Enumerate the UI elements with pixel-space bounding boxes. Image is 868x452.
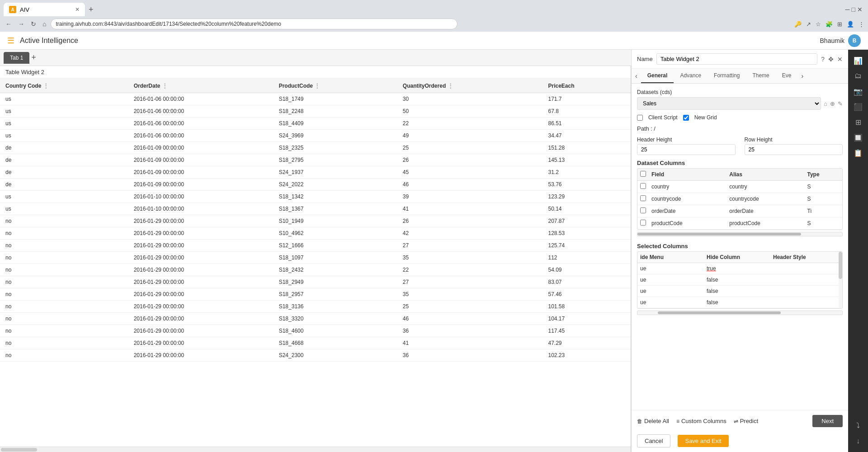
share-icon[interactable]: ↗ (806, 21, 811, 28)
table-cell: 112 (542, 252, 631, 264)
next-button[interactable]: Next (812, 415, 843, 427)
close-panel-icon[interactable]: ✕ (837, 56, 843, 63)
tab-eve[interactable]: Eve (776, 69, 798, 83)
sidebar-icon-files[interactable]: 🗂 (851, 69, 865, 83)
sidebar-icon-download[interactable]: ↓ (851, 434, 865, 448)
table-cell: S24_3969 (274, 130, 397, 142)
main-area: Tab 1 + Table Widget 2 Country Code ⋮ Or… (0, 50, 868, 452)
prev-tab-button[interactable]: ‹ (632, 70, 641, 82)
col-menu-icon-3[interactable]: ⋮ (314, 82, 320, 89)
sidebar-icon-dashboard[interactable]: 📊 (851, 53, 865, 68)
table-cell: 50.14 (542, 203, 631, 215)
table-cell: 67.8 (542, 105, 631, 118)
client-script-checkbox[interactable] (637, 115, 643, 121)
help-icon[interactable]: ? (821, 56, 825, 63)
ds-edit-icon[interactable]: ✎ (838, 100, 843, 107)
table-cell: S18_4600 (274, 325, 397, 337)
header-height-input[interactable] (637, 144, 736, 155)
table-row: us2016-01-06 00:00:00S18_174930171.7 (0, 93, 631, 105)
columns-scroll-x[interactable] (637, 232, 843, 236)
field-checkbox[interactable] (640, 207, 646, 213)
dataset-columns-section: Dataset Columns Field Alias Type (637, 160, 843, 238)
horizontal-scrollbar[interactable] (0, 447, 631, 452)
table-cell: S18_2957 (274, 288, 397, 301)
left-content: Tab 1 + Table Widget 2 Country Code ⋮ Or… (0, 50, 631, 452)
delete-all-link[interactable]: 🗑 Delete All (637, 418, 669, 424)
profile-icon[interactable]: 👤 (847, 21, 854, 28)
delete-icon: 🗑 (637, 418, 642, 424)
table-cell: 2016-01-29 00:00:00 (128, 349, 274, 362)
nav-back-button[interactable]: ← (4, 19, 14, 28)
nav-forward-button[interactable]: → (16, 19, 26, 28)
tab-general[interactable]: General (641, 69, 674, 83)
field-checkbox[interactable] (640, 183, 646, 189)
bookmark-icon[interactable]: 🔑 (794, 21, 802, 28)
add-tab-button[interactable]: + (31, 53, 36, 62)
new-grid-checkbox[interactable] (683, 115, 689, 121)
new-tab-button[interactable]: + (85, 3, 97, 16)
star-icon[interactable]: ☆ (816, 21, 821, 28)
table-cell: no (0, 337, 128, 349)
table-row: no2016-01-29 00:00:00S24_230036102.23 (0, 349, 631, 362)
table-cell: 117.45 (542, 325, 631, 337)
ds-home-icon[interactable]: ⌂ (824, 100, 827, 107)
col-menu-icon[interactable]: ⋮ (43, 82, 49, 89)
close-window-icon[interactable]: ✕ (857, 6, 863, 13)
table-cell: us (0, 105, 128, 118)
tab-advance[interactable]: Advance (674, 69, 708, 83)
cancel-button[interactable]: Cancel (637, 434, 670, 447)
nav-home-button[interactable]: ⌂ (41, 19, 48, 28)
table-cell: 2016-01-29 00:00:00 (128, 288, 274, 301)
tab-formatting[interactable]: Formatting (708, 69, 746, 83)
tab-theme[interactable]: Theme (746, 69, 775, 83)
page-tab-1[interactable]: Tab 1 (4, 52, 29, 64)
sidebar-icon-block[interactable]: ⬛ (851, 99, 865, 114)
select-all-checkbox[interactable] (640, 171, 646, 177)
table-cell: 125.74 (542, 240, 631, 252)
sidebar-icon-camera[interactable]: 📷 (851, 84, 865, 99)
next-tab-button[interactable]: › (797, 70, 807, 82)
col-alias-header: Alias (726, 169, 804, 181)
sel-cols-scrollbar[interactable] (839, 252, 842, 308)
save-and-exit-button[interactable]: Save and Exit (678, 435, 728, 447)
sidebar-icon-grid[interactable]: ⊞ (851, 115, 865, 129)
maximize-icon[interactable]: □ (852, 6, 855, 13)
row-height-input[interactable] (745, 144, 843, 155)
table-cell: 46 (397, 179, 543, 191)
col-menu-icon-2[interactable]: ⋮ (162, 82, 168, 89)
menu-icon[interactable]: ⋮ (859, 21, 864, 28)
table-cell: de (0, 154, 128, 166)
address-bar[interactable] (51, 19, 458, 29)
sidebar-icon-upload[interactable]: ⤵ (851, 419, 865, 433)
col-menu-icon-4[interactable]: ⋮ (448, 82, 453, 89)
table-row: no2016-01-29 00:00:00S18_29573557.46 (0, 288, 631, 301)
custom-columns-link[interactable]: ≡ Custom Columns (676, 418, 726, 424)
hamburger-icon[interactable]: ☰ (7, 36, 14, 46)
custom-columns-icon: ≡ (676, 418, 679, 424)
name-label: Name (637, 56, 653, 62)
browser-tab[interactable]: A AIV ✕ (4, 3, 85, 16)
move-icon[interactable]: ✥ (828, 56, 834, 63)
dataset-columns-title: Dataset Columns (637, 160, 843, 166)
minimize-icon[interactable]: ─ (845, 6, 850, 13)
table-cell: 83.07 (542, 276, 631, 288)
nav-refresh-button[interactable]: ↻ (29, 19, 38, 28)
sidebar-toggle-icon[interactable]: ⊞ (837, 21, 842, 28)
field-checkbox[interactable] (640, 220, 646, 226)
table-cell: S18_1097 (274, 252, 397, 264)
table-row: no2016-01-29 00:00:00S18_46684147.29 (0, 337, 631, 349)
tab-close-icon[interactable]: ✕ (75, 6, 80, 13)
field-checkbox[interactable] (640, 195, 646, 201)
table-cell: S18_1367 (274, 203, 397, 215)
predict-link[interactable]: ⇌ Predict (734, 418, 758, 424)
sidebar-icon-clipboard[interactable]: 📋 (851, 146, 865, 160)
dataset-select[interactable]: Sales (637, 97, 821, 110)
sidebar-icon-frame[interactable]: 🔲 (851, 130, 865, 145)
table-container[interactable]: Country Code ⋮ OrderDate ⋮ ProductCode ⋮… (0, 79, 631, 447)
sel-cols-scroll-x[interactable] (637, 311, 843, 315)
sel-col-3 (773, 277, 840, 283)
extension-icon[interactable]: 🧩 (826, 21, 833, 28)
ds-add-icon[interactable]: ⊕ (830, 100, 835, 107)
widget-name-input[interactable] (656, 53, 818, 65)
col-field-header: Field (649, 169, 726, 181)
